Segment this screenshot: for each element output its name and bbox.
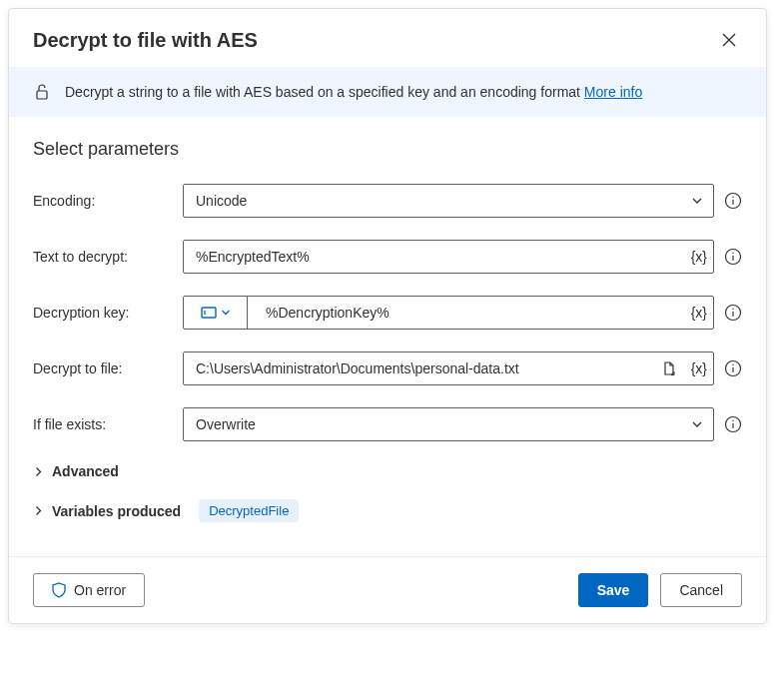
chevron-down-icon xyxy=(681,408,713,440)
lock-open-icon xyxy=(33,83,51,101)
chevron-right-icon xyxy=(33,505,44,516)
svg-rect-0 xyxy=(37,91,47,99)
key-value: %DencryptionKey% xyxy=(248,305,685,321)
chevron-down-icon xyxy=(681,185,713,217)
variable-chip[interactable]: DecryptedFile xyxy=(199,499,299,522)
param-row-file: Decrypt to file: C:\Users\Administrator\… xyxy=(33,351,742,385)
exists-value: Overwrite xyxy=(184,416,681,432)
svg-point-5 xyxy=(732,253,733,254)
text-help-icon[interactable] xyxy=(724,248,742,266)
text-value: %EncryptedText% xyxy=(184,249,685,265)
on-error-label: On error xyxy=(74,582,126,598)
decryption-key-input[interactable]: %DencryptionKey% {x} xyxy=(183,296,714,330)
text-input-icon xyxy=(201,307,217,319)
variables-produced-label: Variables produced xyxy=(52,503,181,519)
banner-text: Decrypt a string to a file with AES base… xyxy=(65,84,584,100)
advanced-label: Advanced xyxy=(52,463,119,479)
on-error-button[interactable]: On error xyxy=(33,573,145,607)
cancel-button[interactable]: Cancel xyxy=(660,573,742,607)
close-icon xyxy=(722,33,736,47)
close-button[interactable] xyxy=(716,27,742,53)
section-title: Select parameters xyxy=(33,139,742,160)
svg-point-13 xyxy=(732,364,733,365)
chevron-right-icon xyxy=(33,466,44,477)
encoding-select[interactable]: Unicode xyxy=(183,184,714,218)
text-label: Text to decrypt: xyxy=(33,249,183,265)
svg-point-10 xyxy=(732,309,733,310)
advanced-expander[interactable]: Advanced xyxy=(33,463,742,479)
banner-text-wrap: Decrypt a string to a file with AES base… xyxy=(65,84,642,100)
dialog-header: Decrypt to file with AES xyxy=(9,9,766,67)
variables-produced-expander[interactable]: Variables produced DecryptedFile xyxy=(33,499,742,522)
param-row-key: Decryption key: %DencryptionKey% {x} xyxy=(33,296,742,330)
decrypt-to-file-input[interactable]: C:\Users\Administrator\Documents\persona… xyxy=(183,351,714,385)
save-button[interactable]: Save xyxy=(578,573,649,607)
exists-label: If file exists: xyxy=(33,416,183,432)
input-type-select[interactable] xyxy=(184,297,248,329)
file-label: Decrypt to file: xyxy=(33,360,183,376)
variable-picker-icon[interactable]: {x} xyxy=(685,360,713,376)
file-browse-icon[interactable] xyxy=(653,352,685,384)
chevron-down-icon xyxy=(221,308,231,318)
exists-help-icon[interactable] xyxy=(724,415,742,433)
svg-rect-7 xyxy=(202,308,216,318)
if-file-exists-select[interactable]: Overwrite xyxy=(183,407,714,441)
shield-icon xyxy=(52,582,66,598)
dialog: Decrypt to file with AES Decrypt a strin… xyxy=(8,8,767,624)
more-info-link[interactable]: More info xyxy=(584,84,642,100)
text-to-decrypt-input[interactable]: %EncryptedText% {x} xyxy=(183,240,714,274)
encoding-label: Encoding: xyxy=(33,193,183,209)
variable-picker-icon[interactable]: {x} xyxy=(685,305,713,321)
dialog-title: Decrypt to file with AES xyxy=(33,29,258,52)
key-label: Decryption key: xyxy=(33,305,183,321)
param-row-text: Text to decrypt: %EncryptedText% {x} xyxy=(33,240,742,274)
param-row-exists: If file exists: Overwrite xyxy=(33,407,742,441)
key-help-icon[interactable] xyxy=(724,304,742,322)
svg-point-16 xyxy=(732,420,733,421)
dialog-body: Select parameters Encoding: Unicode Text… xyxy=(9,117,766,556)
encoding-value: Unicode xyxy=(184,193,681,209)
svg-point-2 xyxy=(732,197,733,198)
param-row-encoding: Encoding: Unicode xyxy=(33,184,742,218)
footer-actions: Save Cancel xyxy=(578,573,742,607)
dialog-footer: On error Save Cancel xyxy=(9,556,766,623)
info-banner: Decrypt a string to a file with AES base… xyxy=(9,67,766,117)
file-help-icon[interactable] xyxy=(724,359,742,377)
variable-picker-icon[interactable]: {x} xyxy=(685,249,713,265)
file-value: C:\Users\Administrator\Documents\persona… xyxy=(184,360,653,376)
encoding-help-icon[interactable] xyxy=(724,192,742,210)
